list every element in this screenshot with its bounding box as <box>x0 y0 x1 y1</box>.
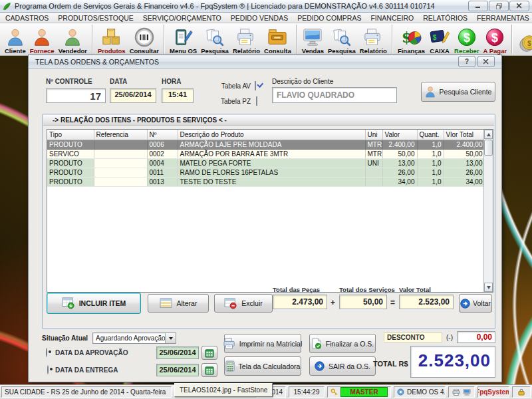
tabela-pz-label: Tabela PZ <box>212 98 251 105</box>
alterar-button[interactable]: Alterar <box>148 294 209 313</box>
tabela-pz-checkbox[interactable] <box>256 96 257 106</box>
entrega-calendar-button[interactable] <box>201 363 217 377</box>
aprovacao-calendar-button[interactable] <box>201 346 217 360</box>
sair-os-button[interactable]: SAIR da O.S. <box>309 356 376 376</box>
dropdown-arrow-icon[interactable] <box>165 333 176 343</box>
scroll-up-button[interactable] <box>484 130 493 139</box>
finalizar-os-button[interactable]: Finalizar a O.S. <box>309 334 376 353</box>
toolbar-cliente[interactable]: Cliente <box>3 24 28 55</box>
toolbar-relatorio-os[interactable]: Relatório <box>231 24 262 55</box>
toolbar-caixa[interactable]: $ CAIXA <box>427 24 452 55</box>
menu-relatorios[interactable]: RELATÓRIOS <box>423 14 467 22</box>
col-vlr-total[interactable]: Vlor Total <box>444 130 485 140</box>
col-referencia[interactable]: Referencia <box>94 130 147 140</box>
table-row[interactable]: PRODUTO 0011RAMO DE FLORES 16PETALAS 26,… <box>47 168 485 178</box>
toolbar-label: Relatório <box>233 47 260 55</box>
status-lock-panel <box>512 386 531 398</box>
col-valor[interactable]: Valor <box>382 130 417 140</box>
toolbar-label: Consulta <box>264 47 291 55</box>
controle-label: Nº CONTROLE <box>46 78 92 85</box>
col-quant[interactable]: Quant. <box>417 130 444 140</box>
cliente-label: Descrição do Cliente <box>272 78 333 85</box>
toolbar-separator <box>392 25 393 54</box>
finish-check-icon <box>311 338 322 349</box>
cash-book-icon: $ <box>429 27 450 47</box>
printer-icon <box>236 27 256 47</box>
restore-button[interactable] <box>489 1 509 11</box>
grid-delete-icon <box>224 298 237 309</box>
menu-produtos-estoque[interactable]: PRODUTOS/ESTOQUE <box>58 14 133 22</box>
toolbar-coin[interactable]: $ <box>515 24 532 55</box>
toolbar-vendedor[interactable]: Vendedor <box>57 24 89 55</box>
data-field[interactable]: 25/06/2014 <box>110 88 156 103</box>
table-row[interactable]: PRODUTO 0013TESTE DO TESTE 34,00 1,034,0… <box>47 178 485 187</box>
col-numero[interactable]: Nº <box>147 130 178 140</box>
faststone-tooltip: TELAOS1024.jpg - FastStone <box>174 383 273 397</box>
seller-person-icon <box>63 27 82 47</box>
network-monitor-icon <box>463 389 471 396</box>
situacao-dropdown[interactable]: Aguardando Aprovação <box>92 332 176 344</box>
desconto-field[interactable]: 0,00 <box>457 331 495 343</box>
col-descricao[interactable]: Descrição do Produto <box>178 130 365 140</box>
toolbar-consultar[interactable]: Consultar <box>128 24 161 55</box>
table-row[interactable]: PRODUTO 0004MATELO PEGA FORTE UNI13,00 1… <box>47 159 485 168</box>
toolbar-pesquisa-vendas[interactable]: Pesquisa <box>326 24 358 55</box>
toolbar-financas[interactable]: $ Finanças <box>396 24 427 55</box>
toolbar-a-pagar[interactable]: $ A Pagar <box>481 24 509 55</box>
entrega-date-field[interactable]: 25/06/2014 <box>156 364 199 376</box>
imprimir-matricial-button[interactable]: Imprimir na Matricial <box>224 334 301 353</box>
menu-ferramentas[interactable]: FERRAMENTAS <box>477 14 529 22</box>
toolbar-vendas[interactable]: Vendas <box>300 24 326 55</box>
calendar-icon <box>205 366 214 375</box>
calculadora-button[interactable]: Tela da Calculadora <box>224 356 301 376</box>
table-row[interactable]: PRODUTO 0006ARMAÇÃO LAJE PRE MOLDADA MTR… <box>47 140 485 150</box>
aprovacao-date-field[interactable]: 25/06/2014 <box>156 346 199 359</box>
menu-pedido-compras[interactable]: PEDIDO COMPRAS <box>297 14 361 22</box>
incluir-item-button[interactable]: INCLUIR ITEM <box>47 293 141 314</box>
table-row[interactable]: SERVICO 0002ARMAÇÃO POR BARRA ATE 3MTR M… <box>47 150 485 159</box>
scroll-thumb[interactable] <box>484 140 493 156</box>
minimize-button[interactable] <box>468 1 488 11</box>
menu-financeiro[interactable]: FINANCEIRO <box>370 14 414 22</box>
svg-text:$: $ <box>491 31 498 45</box>
toolbar-fornecedor[interactable]: Fornece <box>28 24 57 55</box>
help-button[interactable]: ? <box>458 56 475 67</box>
menu-cadastros[interactable]: CADASTROS <box>5 14 49 22</box>
tabela-av-checkbox[interactable] <box>255 81 256 90</box>
voltar-button[interactable]: Voltar <box>459 294 492 313</box>
os-close-button[interactable] <box>477 56 495 67</box>
close-button[interactable] <box>509 1 529 11</box>
os-window-title: TELA DAS ORDENS & ORÇAMENTOS <box>35 58 159 66</box>
svg-text:$: $ <box>527 40 531 47</box>
toolbar-menu-os[interactable]: Menu OS <box>168 24 199 55</box>
toolbar-label: Vendedor <box>59 47 87 55</box>
menu-pedido-vendas[interactable]: PEDIDO VENDAS <box>231 14 288 22</box>
hora-field[interactable]: 15:41 <box>162 88 194 103</box>
toolbar-consulta-os[interactable]: Consulta <box>262 24 293 55</box>
os-window: TELA DAS ORDENS & ORÇAMENTOS ? Nº CONTRO… <box>28 55 502 382</box>
toolbar-label: Menu OS <box>170 47 197 55</box>
excluir-button[interactable]: Excluir <box>214 294 273 313</box>
toolbar-produtos[interactable]: Produtos <box>96 24 128 55</box>
calendar-icon <box>205 348 214 358</box>
scroll-down-button[interactable] <box>484 283 493 292</box>
svg-text:$: $ <box>464 31 470 45</box>
toolbar-relatorio-vendas[interactable]: Relatório <box>358 24 389 55</box>
items-table[interactable]: Tipo Referencia Nº Descrição do Produto … <box>47 130 485 187</box>
col-uni[interactable]: Uni <box>365 130 382 140</box>
application-root: Programa Ordem de Serviços Gerais & Fina… <box>0 0 532 399</box>
system-icon <box>397 388 404 396</box>
barcode-circle-icon <box>134 27 154 47</box>
controle-field[interactable]: 17 <box>46 88 106 103</box>
toolbar-pesquisa-os[interactable]: Pesquisa <box>199 24 231 55</box>
table-scrollbar[interactable] <box>483 130 493 292</box>
pesquisa-cliente-button[interactable]: Pesquisa Cliente <box>421 82 495 102</box>
col-tipo[interactable]: Tipo <box>47 130 94 140</box>
aprovacao-radio[interactable] <box>46 348 47 357</box>
menu-servico-orcamento[interactable]: SERVIÇO/ORÇAMENTO <box>143 14 221 22</box>
cliente-field[interactable]: FLAVIO QUADRADO <box>272 87 397 103</box>
toolbar-label: Fornece <box>30 47 55 55</box>
entrega-radio[interactable] <box>47 365 49 374</box>
toolbar-receber[interactable]: $ Receber <box>452 24 481 55</box>
items-header-strip: -> RELAÇÃO DOS ITENS - PRODUTOS E SERVIÇ… <box>43 115 494 126</box>
